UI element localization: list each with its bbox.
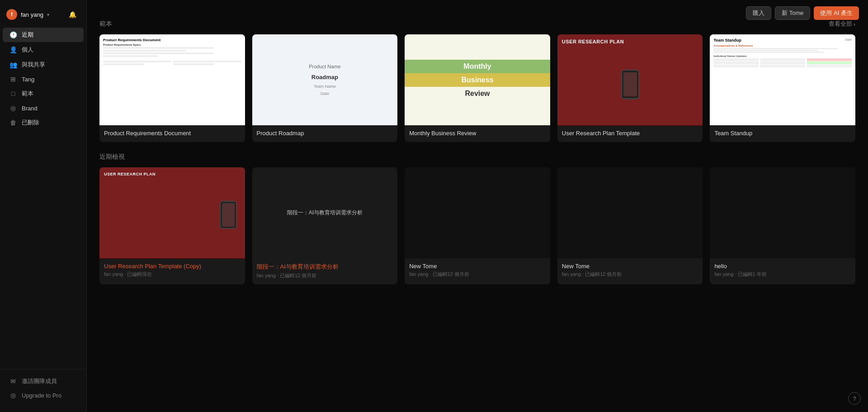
template-card-standup[interactable]: Team Standup Date Announcements & Reflec… — [710, 34, 855, 142]
topbar: 匯入 新 Tome 使用 AI 產生 — [737, 0, 868, 26]
card-meta: fan yang · 已編輯12 個月前 — [562, 271, 698, 278]
card-thumbnail — [710, 167, 855, 258]
card-title: User Research Plan Template — [562, 130, 698, 137]
person-icon: 👤 — [9, 46, 17, 53]
card-meta: fan yang · 已編輯現在 — [104, 271, 241, 278]
card-meta: fan yang · 已編輯12 個月前 — [257, 272, 393, 279]
sidebar-item-label: 範本 — [22, 90, 33, 98]
sidebar-item-brand[interactable]: ◎ Brand — [3, 101, 84, 115]
sidebar-item-recent[interactable]: 🕐 近期 — [3, 28, 84, 42]
sidebar-item-label: Tang — [22, 76, 34, 83]
recent-card-new-tome-2[interactable]: New Tome fan yang · 已編輯12 個月前 — [557, 167, 703, 284]
card-thumbnail: 階段一：AI与教育培训需求分析 — [252, 167, 398, 258]
card-title: Team Standup — [714, 130, 851, 137]
sidebar-username: fan yang — [21, 11, 43, 18]
card-thumbnail: Product Name Roadmap Team Name Date — [252, 34, 398, 125]
card-thumbnail: Team Standup Date Announcements & Reflec… — [710, 34, 855, 125]
template-icon: □ — [9, 90, 17, 97]
card-thumbnail — [557, 167, 703, 258]
card-title: Product Roadmap — [257, 130, 393, 137]
invite-team-button[interactable]: ✉ 邀請團隊成員 — [3, 374, 84, 388]
recent-card-hello[interactable]: hello fan yang · 已編輯1 年前 — [710, 167, 855, 284]
templates-section-title: 範本 — [99, 20, 112, 28]
card-thumbnail: Monthly Business Review — [405, 34, 550, 125]
card-title: New Tome — [409, 263, 546, 270]
card-thumbnail: USER RESEARCH PLAN — [99, 167, 245, 258]
card-title: Monthly Business Review — [409, 130, 546, 137]
brand-icon: ◎ — [9, 104, 17, 112]
people-icon: 👥 — [9, 61, 17, 68]
card-info: New Tome fan yang · 已編輯12 個月前 — [557, 258, 703, 283]
recent-section-header: 近期檢視 — [99, 153, 855, 161]
card-info: User Research Plan Template (Copy) fan y… — [99, 258, 245, 283]
card-info: Team Standup — [710, 125, 855, 142]
templates-grid: Product Requirements Document Product Re… — [99, 34, 855, 142]
sidebar-item-personal[interactable]: 👤 個人 — [3, 43, 84, 57]
sidebar-item-templates[interactable]: □ 範本 — [3, 86, 84, 101]
card-thumbnail — [405, 167, 550, 258]
sidebar-item-label: 近期 — [22, 31, 33, 39]
avatar: f — [6, 9, 17, 20]
card-title: 階段一：AI与教育培训需求分析 — [257, 263, 393, 271]
notification-bell-icon[interactable]: 🔔 — [62, 7, 83, 22]
sidebar-item-label: 已刪除 — [22, 118, 39, 127]
card-info: New Tome fan yang · 已編輯12 個月前 — [405, 258, 550, 283]
sidebar-nav: 🕐 近期 👤 個人 👥 與我共享 ⊞ Tang □ 範本 ◎ Brand 🗑 已… — [0, 27, 86, 369]
card-thumbnail: Product Requirements Document Product Re… — [99, 34, 245, 125]
card-info: User Research Plan Template — [557, 125, 703, 142]
chevron-down-icon: ▾ — [47, 12, 49, 17]
new-tome-button[interactable]: 新 Tome — [775, 6, 810, 20]
card-title: hello — [714, 263, 851, 270]
sidebar-item-trash[interactable]: 🗑 已刪除 — [3, 115, 84, 130]
sidebar-item-label: 個人 — [22, 46, 33, 54]
card-title: New Tome — [562, 263, 698, 270]
recent-card-urp-copy[interactable]: USER RESEARCH PLAN User Research Plan Te… — [99, 167, 245, 284]
card-title: User Research Plan Template (Copy) — [104, 263, 241, 270]
clock-icon: 🕐 — [9, 31, 17, 38]
grid-icon: ⊞ — [9, 76, 17, 83]
invite-label: 邀請團隊成員 — [22, 377, 57, 385]
recent-card-new-tome-1[interactable]: New Tome fan yang · 已編輯12 個月前 — [405, 167, 550, 284]
recent-section-title: 近期檢視 — [99, 153, 125, 161]
card-thumbnail: USER RESEARCH PLAN — [557, 34, 703, 125]
card-info: hello fan yang · 已編輯1 年前 — [710, 258, 855, 283]
sidebar: f fan yang ▾ 🔔 🕐 近期 👤 個人 👥 與我共享 ⊞ Tang □… — [0, 0, 87, 412]
trash-icon: 🗑 — [9, 119, 17, 126]
sidebar-item-tang[interactable]: ⊞ Tang — [3, 72, 84, 86]
upgrade-icon: ◎ — [9, 392, 17, 399]
help-button[interactable]: ? — [848, 392, 861, 405]
sidebar-item-label: 與我共享 — [22, 61, 45, 69]
recent-card-ai-edu[interactable]: 階段一：AI与教育培训需求分析 階段一：AI与教育培训需求分析 fan yang… — [252, 167, 398, 284]
upgrade-label: Upgrade to Pro — [22, 392, 61, 399]
card-info: Product Roadmap — [252, 125, 398, 142]
card-title: Product Requirements Document — [104, 130, 241, 137]
sidebar-item-label: Brand — [22, 105, 38, 112]
sidebar-item-shared[interactable]: 👥 與我共享 — [3, 57, 84, 72]
card-meta: fan yang · 已編輯12 個月前 — [409, 271, 546, 278]
envelope-icon: ✉ — [9, 378, 17, 385]
main-content: 範本 查看全部 › Product Requirements Document … — [87, 0, 868, 412]
upgrade-pro-button[interactable]: ◎ Upgrade to Pro — [3, 388, 84, 402]
ai-generate-button[interactable]: 使用 AI 產生 — [814, 6, 859, 20]
template-card-roadmap[interactable]: Product Name Roadmap Team Name Date Prod… — [252, 34, 398, 142]
card-info: Product Requirements Document — [99, 125, 245, 142]
sidebar-bottom: ✉ 邀請團隊成員 ◎ Upgrade to Pro — [0, 369, 86, 407]
template-card-mbr[interactable]: Monthly Business Review Monthly Business… — [405, 34, 550, 142]
template-card-urp[interactable]: USER RESEARCH PLAN User Research Plan Te… — [557, 34, 703, 142]
card-info: 階段一：AI与教育培训需求分析 fan yang · 已編輯12 個月前 — [252, 258, 398, 284]
recent-grid: USER RESEARCH PLAN User Research Plan Te… — [99, 167, 855, 284]
sidebar-user[interactable]: f fan yang ▾ — [0, 5, 56, 24]
template-card-prd[interactable]: Product Requirements Document Product Re… — [99, 34, 245, 142]
card-meta: fan yang · 已編輯1 年前 — [714, 271, 851, 278]
import-button[interactable]: 匯入 — [746, 6, 771, 20]
card-info: Monthly Business Review — [405, 125, 550, 142]
